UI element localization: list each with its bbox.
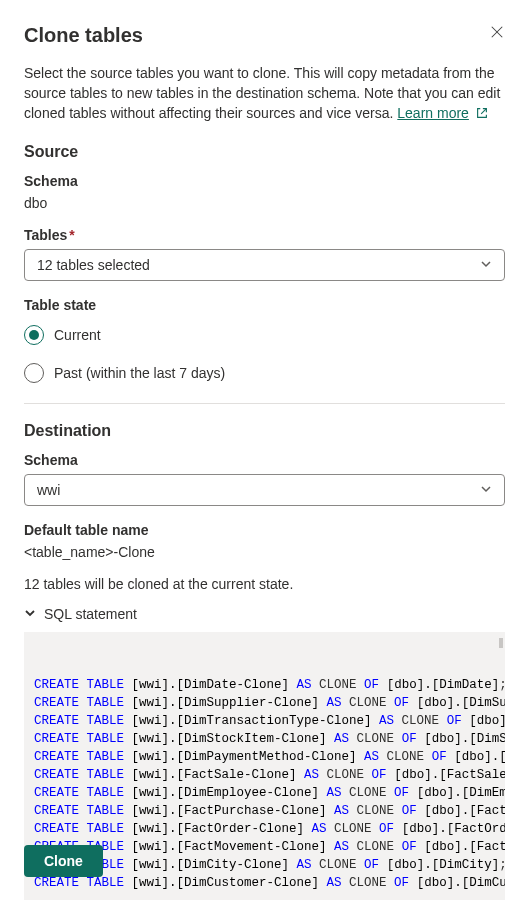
description: Select the source tables you want to clo… [24, 63, 505, 123]
destination-schema-dropdown[interactable]: wwi [24, 474, 505, 506]
sql-statement-toggle[interactable]: SQL statement [24, 606, 505, 622]
table-state-radio-group: Current Past (within the last 7 days) [24, 319, 505, 389]
tables-label: Tables* [24, 227, 505, 243]
source-schema-value: dbo [24, 195, 505, 211]
sql-statement-label: SQL statement [44, 606, 137, 622]
radio-icon-checked [24, 325, 44, 345]
sql-line: CREATE TABLE [wwi].[DimSupplier-Clone] A… [34, 694, 495, 712]
source-schema-label: Schema [24, 173, 505, 189]
tables-dropdown-value: 12 tables selected [37, 257, 150, 273]
default-table-name-label: Default table name [24, 522, 505, 538]
sql-line: CREATE TABLE [wwi].[FactMovement-Clone] … [34, 838, 495, 856]
sql-line: CREATE TABLE [wwi].[DimDate-Clone] AS CL… [34, 676, 495, 694]
clone-status: 12 tables will be cloned at the current … [24, 576, 505, 592]
close-icon[interactable] [489, 24, 505, 40]
chevron-down-icon [24, 606, 36, 622]
source-heading: Source [24, 143, 505, 161]
radio-icon-unchecked [24, 363, 44, 383]
sql-line: CREATE TABLE [wwi].[DimCity-Clone] AS CL… [34, 856, 495, 874]
radio-current-label: Current [54, 327, 101, 343]
sql-line: CREATE TABLE [wwi].[DimTransactionType-C… [34, 712, 495, 730]
sql-line: CREATE TABLE [wwi].[DimCustomer-Clone] A… [34, 874, 495, 892]
external-link-icon [475, 106, 489, 120]
radio-past[interactable]: Past (within the last 7 days) [24, 357, 505, 389]
sql-line: CREATE TABLE [wwi].[DimPaymentMethod-Clo… [34, 748, 495, 766]
scrollbar[interactable] [499, 638, 503, 648]
sql-line: CREATE TABLE [wwi].[FactPurchase-Clone] … [34, 802, 495, 820]
sql-line: CREATE TABLE [wwi].[FactOrder-Clone] AS … [34, 820, 495, 838]
page-title: Clone tables [24, 24, 143, 47]
learn-more-link[interactable]: Learn more [397, 105, 469, 121]
chevron-down-icon [480, 482, 492, 498]
radio-current[interactable]: Current [24, 319, 505, 357]
radio-past-label: Past (within the last 7 days) [54, 365, 225, 381]
tables-dropdown[interactable]: 12 tables selected [24, 249, 505, 281]
sql-line: CREATE TABLE [wwi].[DimEmployee-Clone] A… [34, 784, 495, 802]
sql-line: CREATE TABLE [wwi].[DimStockItem-Clone] … [34, 730, 495, 748]
destination-schema-label: Schema [24, 452, 505, 468]
sql-line: CREATE TABLE [wwi].[FactSale-Clone] AS C… [34, 766, 495, 784]
destination-schema-value: wwi [37, 482, 60, 498]
default-table-name-value: <table_name>-Clone [24, 544, 505, 560]
table-state-label: Table state [24, 297, 505, 313]
divider [24, 403, 505, 404]
destination-heading: Destination [24, 422, 505, 440]
clone-button[interactable]: Clone [24, 845, 103, 877]
chevron-down-icon [480, 257, 492, 273]
